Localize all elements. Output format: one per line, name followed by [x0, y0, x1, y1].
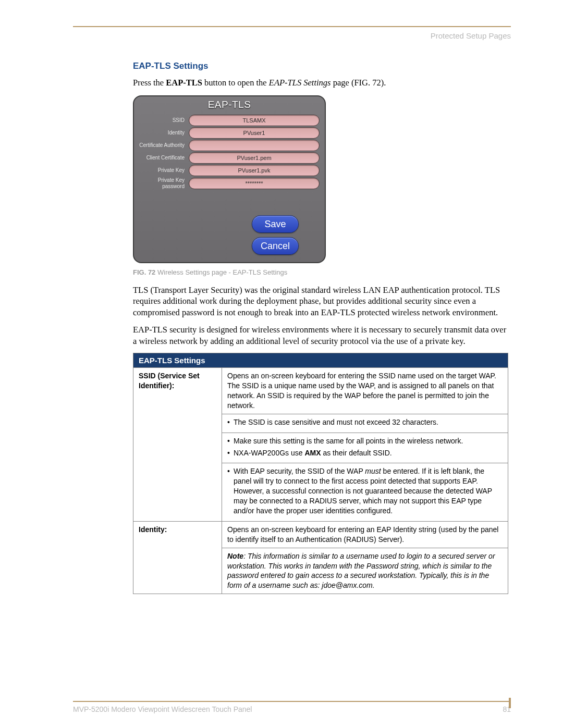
- table-row: SSID (Service Set Identifier): Opens an …: [133, 368, 508, 414]
- page-footer: MVP-5200i Modero Viewpoint Widescreen To…: [73, 701, 511, 713]
- eap-tls-settings-table: EAP-TLS Settings SSID (Service Set Ident…: [133, 353, 508, 594]
- ssid-desc-1: Opens an on-screen keyboard for entering…: [222, 368, 508, 414]
- page-header-section: Protected Setup Pages: [73, 31, 511, 40]
- identity-note: Note: This information is similar to a u…: [222, 548, 508, 594]
- figure-caption: FIG. 72 Wireless Settings page - EAP-TLS…: [133, 268, 511, 276]
- private-key-label: Private Key: [139, 167, 189, 174]
- ssid-row-label: SSID (Service Set Identifier):: [133, 368, 222, 522]
- eap-tls-screenshot: EAP-TLS SSID TLSAMX Identity PVuser1 Cer…: [133, 95, 326, 263]
- private-key-pw-label: Private Key password: [139, 177, 189, 189]
- client-cert-input[interactable]: PVuser1.pem: [189, 152, 320, 164]
- identity-row-label: Identity:: [133, 521, 222, 594]
- cert-authority-label: Certificate Authority: [139, 142, 189, 149]
- body-para-1: TLS (Transport Layer Security) was the o…: [133, 285, 508, 318]
- ssid-bullets-3: With EAP security, the SSID of the WAP m…: [222, 463, 508, 521]
- ssid-label: SSID: [139, 117, 189, 124]
- table-row: Identity: Opens an on-screen keyboard fo…: [133, 521, 508, 548]
- body-para-2: EAP-TLS security is designed for wireles…: [133, 324, 508, 347]
- identity-input[interactable]: PVuser1: [189, 127, 320, 139]
- footer-left: MVP-5200i Modero Viewpoint Widescreen To…: [73, 705, 252, 713]
- ssid-input[interactable]: TLSAMX: [189, 115, 320, 126]
- private-key-input[interactable]: PVuser1.pvk: [189, 165, 320, 176]
- intro-paragraph: Press the EAP-TLS button to open the EAP…: [133, 78, 511, 88]
- save-button[interactable]: Save: [252, 215, 299, 233]
- section-title: EAP-TLS Settings: [133, 61, 511, 71]
- ssid-bullets-1: The SSID is case sensitive and must not …: [222, 414, 508, 433]
- identity-desc-1: Opens an on-screen keyboard for entering…: [222, 521, 508, 548]
- table-header: EAP-TLS Settings: [133, 353, 508, 368]
- client-cert-label: Client Certificate: [139, 155, 189, 161]
- ssid-bullets-2: Make sure this setting is the same for a…: [222, 433, 508, 463]
- cancel-button[interactable]: Cancel: [252, 237, 299, 255]
- private-key-pw-input[interactable]: ********: [189, 178, 320, 189]
- screenshot-title: EAP-TLS: [134, 96, 325, 113]
- cert-authority-input[interactable]: [189, 140, 320, 151]
- identity-label: Identity: [139, 130, 189, 136]
